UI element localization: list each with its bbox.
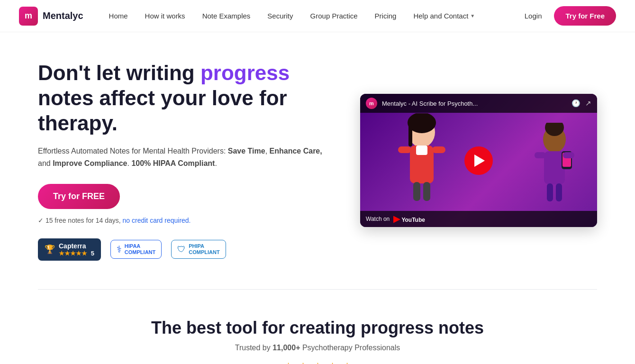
nav-item-help-contact[interactable]: Help and Contact ▼ [407, 8, 481, 24]
svg-rect-15 [563, 152, 574, 158]
star-5: ★ [341, 360, 353, 364]
video-play-button[interactable] [464, 146, 493, 175]
svg-rect-8 [423, 182, 430, 201]
svg-rect-14 [535, 152, 546, 158]
video-character-left [389, 113, 455, 208]
video-thumbnail: m Mentalyc - AI Scribe for Psychoth... 🕐… [360, 94, 597, 227]
hero-section: Don't let writing progress notes affect … [0, 32, 635, 289]
video-container[interactable]: m Mentalyc - AI Scribe for Psychoth... 🕐… [360, 94, 597, 227]
rating-stars: ★ ★ ★ ★ ★ [38, 360, 597, 364]
nav-item-security[interactable]: Security [261, 8, 299, 24]
navbar: m Mentalyc Home How it works Note Exampl… [0, 0, 635, 32]
hipaa-text: HIPAACOMPLIANT [125, 243, 155, 255]
nav-item-home[interactable]: Home [102, 8, 135, 24]
svg-rect-2 [408, 123, 412, 146]
youtube-icon: ▶ [393, 214, 400, 224]
best-tool-title: The best tool for creating progress note… [38, 318, 597, 338]
logo-icon: m [19, 7, 38, 26]
hipaa-badge: ⚕ HIPAACOMPLIANT [110, 240, 162, 259]
video-bottombar: Watch on ▶ YouTube [360, 211, 597, 227]
hero-badges: 🏆 Capterra ★★★★★ 5 ⚕ HIPAACOMPLIANT 🛡 PH… [38, 238, 332, 261]
capterra-stars: ★★★★★ 5 [59, 250, 94, 257]
nav-right: Login Try for Free [518, 6, 616, 26]
svg-rect-5 [432, 146, 445, 153]
video-channel-logo: m [366, 98, 377, 109]
phipa-badge: 🛡 PHIPACOMPLIANT [171, 240, 226, 259]
hero-subtitle: Effortless Automated Notes for Mental He… [38, 145, 332, 169]
hero-video: m Mentalyc - AI Scribe for Psychoth... 🕐… [360, 94, 597, 227]
video-title: Mentalyc - AI Scribe for Psychoth... [382, 100, 567, 107]
share-icon: ↗ [585, 99, 591, 108]
youtube-label: ▶ YouTube [393, 214, 425, 224]
logo-link[interactable]: m Mentalyc [19, 7, 83, 26]
video-topbar-actions: 🕐 ↗ [572, 99, 591, 108]
login-button[interactable]: Login [518, 8, 549, 24]
capterra-badge: 🏆 Capterra ★★★★★ 5 [38, 238, 101, 261]
svg-rect-4 [398, 146, 411, 153]
logo-text: Mentalyc [43, 10, 83, 21]
chevron-down-icon: ▼ [470, 13, 475, 18]
video-topbar: m Mentalyc - AI Scribe for Psychoth... 🕐… [360, 94, 597, 113]
star-1: ★ [282, 360, 294, 364]
star-4: ★ [327, 360, 338, 364]
nav-links: Home How it works Note Examples Security… [102, 8, 518, 24]
watch-on-label: Watch on [366, 216, 390, 222]
phipa-text: PHIPACOMPLIANT [189, 243, 219, 255]
svg-rect-7 [413, 182, 420, 201]
phipa-icon: 🛡 [177, 245, 186, 255]
no-credit-card-link[interactable]: no credit card required. [123, 217, 191, 224]
video-character-right [526, 123, 583, 208]
svg-rect-6 [416, 146, 427, 155]
nav-item-note-examples[interactable]: Note Examples [196, 8, 257, 24]
try-for-free-button[interactable]: Try for Free [554, 6, 616, 26]
capterra-icon: 🏆 [45, 244, 55, 255]
hero-note: ✓ 15 free notes for 14 days, no credit c… [38, 217, 332, 224]
svg-rect-17 [556, 183, 562, 201]
best-tool-subtitle: Trusted by 11,000+ Psychotherapy Profess… [38, 344, 597, 352]
nav-item-pricing[interactable]: Pricing [368, 8, 403, 24]
best-tool-section: The best tool for creating progress note… [0, 290, 635, 364]
watch-later-icon: 🕐 [572, 99, 581, 108]
star-2: ★ [297, 360, 309, 364]
hipaa-icon: ⚕ [117, 244, 122, 255]
hero-content: Don't let writing progress notes affect … [38, 61, 332, 261]
star-3: ★ [312, 360, 324, 364]
svg-rect-16 [547, 183, 553, 201]
nav-item-group-practice[interactable]: Group Practice [304, 8, 364, 24]
cta-button[interactable]: Try for FREE [38, 184, 120, 209]
nav-item-how-it-works[interactable]: How it works [138, 8, 192, 24]
hero-title: Don't let writing progress notes affect … [38, 61, 332, 136]
